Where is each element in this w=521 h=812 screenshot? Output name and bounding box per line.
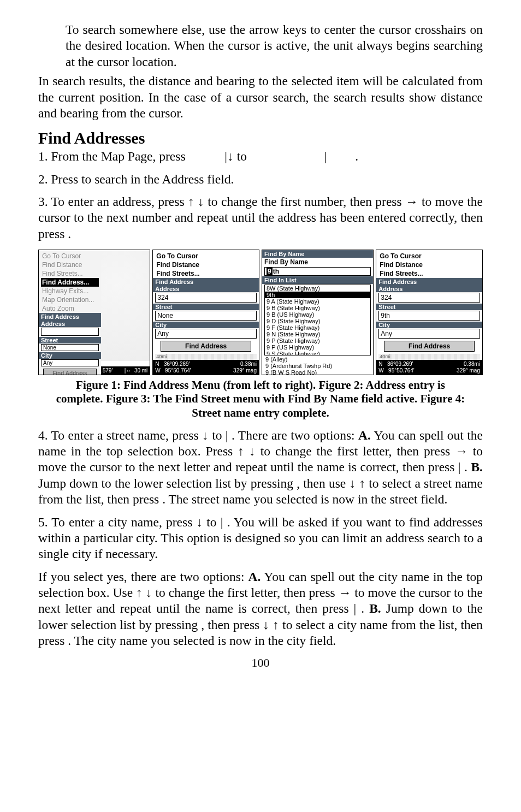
fig3-input-cursor: 9 bbox=[267, 268, 273, 275]
fig2-coords-right: 0.38mi 329° mag bbox=[233, 361, 257, 374]
fig1-title-bar: Find Address bbox=[39, 313, 101, 321]
heading-find-addresses: Find Addresses bbox=[38, 129, 483, 147]
step-1: 1. From the Map Page, press |↓ to | . bbox=[38, 149, 483, 164]
fig2-coords-bar: N 36°09.269' W 95°50.764' 0.38mi 329° ma… bbox=[153, 360, 259, 375]
fig4-menu-goto-cursor: Go To Cursor bbox=[378, 252, 480, 260]
fig4-coords-left: N 36°09.269' W 95°50.764' bbox=[378, 361, 414, 374]
figure-row: Go To Cursor Find Distance Find Streets.… bbox=[38, 250, 483, 375]
fig1-menu-find-streets: Find Streets... bbox=[41, 269, 99, 278]
fig1-value-address bbox=[41, 328, 99, 336]
fig1-value-city: Any bbox=[41, 359, 99, 366]
fig1-label-address: Address bbox=[39, 321, 101, 327]
step-1-text-a: 1. From the Map Page, press bbox=[38, 149, 188, 163]
fig2-menu-find-streets: Find Streets... bbox=[155, 269, 257, 278]
fig2-title-bar: Find Address bbox=[153, 278, 259, 286]
fig4-menu-find-distance: Find Distance bbox=[378, 260, 480, 269]
step-4-text-B: Jump down to the lower selection list by… bbox=[38, 476, 483, 506]
fig4-label-city: City bbox=[376, 322, 482, 328]
fig4-menu-find-streets: Find Streets... bbox=[378, 269, 480, 278]
fig2-coords-left: N 36°09.269' W 95°50.764' bbox=[155, 361, 191, 374]
fig4-label-address: Address bbox=[376, 286, 482, 292]
list-item: 9 (Ardenhurst Twshp Rd) bbox=[265, 363, 370, 369]
step-1-text-c: | bbox=[324, 149, 327, 163]
fig2-menu-find-distance: Find Distance bbox=[155, 260, 257, 269]
fig1-coords-zoom: |↔ 30 mi bbox=[125, 368, 148, 374]
fig3-overflow: 9 (Alley) 9 (Ardenhurst Twshp Rd) 9 (B W… bbox=[262, 356, 373, 375]
step-3: 3. To enter an address, press ↑ ↓ to cha… bbox=[38, 194, 483, 242]
list-item: 9 N (State Highway) bbox=[265, 331, 370, 337]
figure-3-panel: Find By Name Find By Name 9th Find In Li… bbox=[262, 250, 374, 375]
fig3-menu-find-by-name: Find By Name bbox=[262, 258, 373, 266]
intro-paragraph-1: To search somewhere else, use the arrow … bbox=[66, 22, 483, 70]
fig2-label-city: City bbox=[153, 322, 259, 328]
fig2-value-street: None bbox=[155, 311, 257, 321]
fig1-find-address-button: Find Address bbox=[43, 369, 97, 375]
figure-1-map-bg bbox=[97, 250, 150, 361]
fig4-value-city: Any bbox=[378, 329, 480, 339]
fig4-value-address: 324 bbox=[378, 293, 480, 303]
list-item: 9 S (State Highway) bbox=[265, 351, 370, 355]
fig3-input-rest: th bbox=[273, 268, 279, 275]
fig1-menu-map-orientation: Map Orientation... bbox=[41, 295, 99, 304]
list-item: 9 B (State Highway) bbox=[265, 305, 370, 311]
fig4-find-address-button: Find Address bbox=[384, 341, 475, 352]
fig4-coords-bar: N 36°09.269' W 95°50.764' 0.38mi 329° ma… bbox=[376, 360, 482, 375]
fig3-name-input: 9th bbox=[264, 267, 371, 276]
fig4-label-street: Street bbox=[376, 304, 482, 310]
fig4-value-street: 9th bbox=[378, 311, 480, 321]
fig3-bar-find-by-name: Find By Name bbox=[262, 250, 373, 258]
fig1-label-city: City bbox=[39, 352, 101, 359]
fig2-value-address: 324 bbox=[155, 293, 257, 303]
fig1-menu-auto-zoom: Auto Zoom bbox=[41, 304, 99, 313]
fig2-value-city: Any bbox=[155, 329, 257, 339]
list-item: 9th bbox=[265, 292, 370, 298]
step-1-text-d: . bbox=[355, 149, 358, 163]
figure-2-panel: Go To Cursor Find Distance Find Streets.… bbox=[152, 250, 259, 375]
fig4-coords-right: 0.38mi 329° mag bbox=[457, 361, 480, 374]
list-item: 9 F (State Highway) bbox=[265, 324, 370, 331]
figure-caption: Figure 1: Find Address Menu (from left t… bbox=[55, 378, 466, 420]
list-item: 9 (Alley) bbox=[265, 356, 370, 363]
fig4-title-bar: Find Address bbox=[376, 278, 482, 286]
page-number: 100 bbox=[38, 656, 483, 670]
step-6-label-B: B. bbox=[369, 601, 381, 615]
step-5: 5. To enter a city name, press ↓ to | . … bbox=[38, 514, 483, 562]
step-4-intro: 4. To enter a street name, press ↓ to | … bbox=[38, 428, 358, 442]
fig2-find-address-button: Find Address bbox=[161, 341, 252, 352]
step-6-intro: If you select yes, there are two options… bbox=[38, 570, 248, 584]
list-item: 9 D (State Highway) bbox=[265, 318, 370, 324]
fig2-label-street: Street bbox=[153, 304, 259, 310]
list-item: 9 (B W S Road No) bbox=[265, 369, 370, 375]
list-item: 9 B (US Highway) bbox=[265, 311, 370, 318]
step-6-label-A: A. bbox=[248, 570, 261, 584]
step-4: 4. To enter a street name, press ↓ to | … bbox=[38, 428, 483, 508]
step-2: 2. Press to search in the Address field. bbox=[38, 171, 483, 187]
step-1-text-b: |↓ to bbox=[224, 149, 250, 163]
fig1-menu-highway-exits: Highway Exits... bbox=[41, 287, 99, 295]
fig1-menu-goto-cursor: Go To Cursor bbox=[41, 252, 99, 260]
fig1-menu-find-address: Find Address... bbox=[41, 278, 99, 287]
figure-1-panel: Go To Cursor Find Distance Find Streets.… bbox=[38, 250, 150, 375]
list-item: 9 A (State Highway) bbox=[265, 298, 370, 305]
step-4-label-B: B. bbox=[471, 460, 483, 474]
fig1-menu-find-distance: Find Distance bbox=[41, 260, 99, 269]
list-item: 9 P (US Highway) bbox=[265, 344, 370, 351]
step-6: If you select yes, there are two options… bbox=[38, 569, 483, 649]
fig2-label-address: Address bbox=[153, 286, 259, 292]
fig2-menu-goto-cursor: Go To Cursor bbox=[155, 252, 257, 260]
step-4-label-A: A. bbox=[358, 428, 371, 442]
list-item: 9 P (State Highway) bbox=[265, 337, 370, 344]
fig3-result-list: 8W (State Highway) 9th 9 A (State Highwa… bbox=[264, 285, 371, 355]
fig1-value-street: None bbox=[41, 344, 99, 351]
fig3-bar-find-in-list: Find In List bbox=[262, 276, 373, 284]
figure-4-panel: Go To Cursor Find Distance Find Streets.… bbox=[376, 250, 483, 375]
list-item: 8W (State Highway) bbox=[265, 285, 370, 292]
intro-paragraph-2: In search results, the distance and bear… bbox=[38, 73, 483, 121]
fig1-label-street: Street bbox=[39, 337, 101, 343]
